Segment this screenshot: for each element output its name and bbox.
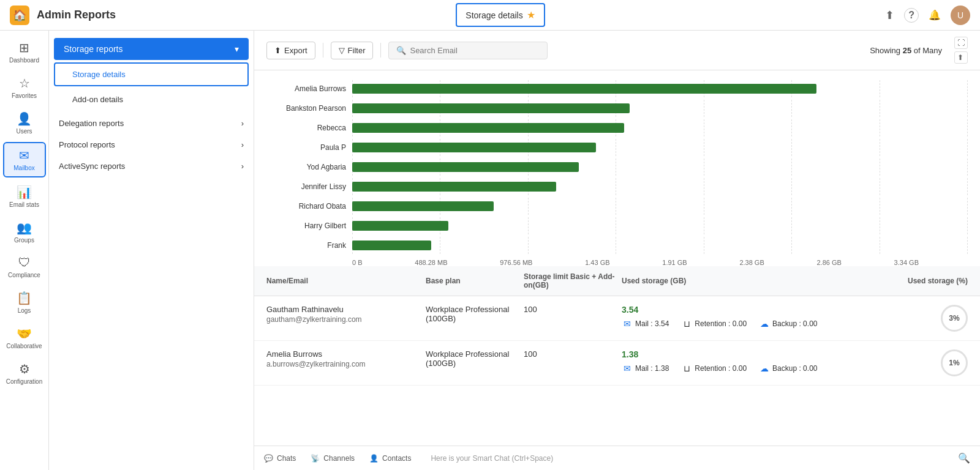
configuration-icon: ⚙: [19, 362, 30, 376]
mail-value: Mail : 1.38: [635, 364, 669, 373]
storage-reports-section[interactable]: Storage reports ▾: [54, 38, 249, 60]
retention-value: Retention : 0.00: [695, 364, 747, 373]
notification-icon[interactable]: 🔔: [929, 9, 941, 21]
chart-bar-row: Jennifer Lissy607.41 MB: [266, 178, 968, 195]
activesync-reports-label: ActiveSync reports: [59, 162, 125, 171]
contacts-icon: 👤: [369, 454, 379, 463]
chart-bar-fill: [352, 201, 494, 211]
chart-axis-label: 0 B: [352, 259, 363, 266]
storage-reports-label: Storage reports: [64, 44, 123, 54]
chart-bar-row: Bankston Pearson832.13 MB: [266, 100, 968, 117]
storage-details-tab[interactable]: Storage details ★: [456, 3, 545, 27]
pct-circle: 1%: [941, 349, 968, 376]
contacts-tab[interactable]: 👤 Contacts: [369, 454, 411, 463]
chart-bar-fill: [352, 221, 448, 231]
activesync-reports-chevron: ›: [241, 162, 244, 171]
smart-chat-input[interactable]: Here is your Smart Chat (Ctrl+Space): [426, 454, 943, 463]
retention-value: Retention : 0.00: [695, 319, 747, 328]
search-icon: 🔍: [396, 46, 406, 55]
bottom-search-icon[interactable]: 🔍: [958, 452, 970, 464]
chart-bar-fill: [352, 103, 630, 113]
chart-bar-label: Bankston Pearson: [266, 104, 352, 113]
storage-details-label: Storage details: [72, 70, 126, 79]
app-title: Admin Reports: [37, 9, 116, 21]
sidebar-item-users[interactable]: 👤 Users: [3, 106, 46, 140]
upload-icon[interactable]: ⬆: [885, 9, 894, 22]
storage-details: ✉ Mail : 3.54 ⊔ Retention : 0.00 ☁ Backu…: [622, 318, 907, 329]
chart-axis-label: 1.91 GB: [662, 259, 687, 266]
chats-tab[interactable]: 💬 Chats: [264, 454, 296, 463]
showing-count: 25: [903, 46, 911, 55]
chart-axis-label: 2.38 GB: [739, 259, 764, 266]
toolbar-divider2: [380, 43, 381, 58]
retention-storage: ⊔ Retention : 0.00: [681, 363, 747, 374]
cell-used-pct: 3%: [907, 305, 968, 332]
sidebar-label-collaborative: Collaborative: [6, 343, 42, 349]
protocol-reports-section[interactable]: Protocol reports ›: [49, 134, 254, 155]
chats-label: Chats: [277, 454, 296, 463]
chart-bar-row: Paula P724.66 MB: [266, 139, 968, 156]
used-storage-value: 3.54: [622, 305, 907, 315]
row-email: a.burrows@zylkertraining.com: [266, 360, 426, 368]
expand-icon[interactable]: ⛶: [954, 37, 968, 49]
sidebar-label-groups: Groups: [14, 237, 34, 244]
sidebar-item-logs[interactable]: 📋 Logs: [3, 286, 46, 319]
sidebar-item-groups[interactable]: 👥 Groups: [3, 215, 46, 248]
protocol-reports-chevron: ›: [241, 140, 244, 149]
channels-tab[interactable]: 📡 Channels: [311, 454, 355, 463]
row-email: gautham@zylkertraining.com: [266, 315, 426, 324]
sidebar-item-favorites[interactable]: ☆ Favorites: [3, 71, 46, 104]
search-box[interactable]: 🔍: [388, 42, 548, 59]
filter-icon: ▽: [339, 46, 345, 55]
backup-icon: ☁: [759, 363, 770, 374]
help-icon[interactable]: ?: [904, 8, 919, 23]
storage-details-nav-item[interactable]: Storage details: [54, 62, 249, 86]
chart-bar-label: Rebecca: [266, 124, 352, 132]
activesync-reports-section[interactable]: ActiveSync reports ›: [49, 155, 254, 177]
sidebar-item-mailbox[interactable]: ✉ Mailbox: [3, 142, 46, 177]
row-name: Amelia Burrows: [266, 349, 426, 359]
chart-axis: 0 B488.28 MB976.56 MB1.43 GB1.91 GB2.38 …: [266, 259, 968, 266]
sidebar-item-email-stats[interactable]: 📊 Email stats: [3, 180, 46, 213]
chart-bar-fill: [352, 162, 579, 172]
table-header: Name/Email Base plan Storage limit Basic…: [254, 266, 980, 296]
export-icon: ⬆: [274, 46, 281, 55]
chart-bar-row: Amelia Burrows1.38 GB: [266, 80, 968, 97]
chart-bar-label: Harry Gilbert: [266, 222, 352, 230]
favorite-star-icon[interactable]: ★: [527, 9, 535, 21]
tab-label: Storage details: [466, 10, 522, 20]
chart-bar-label: Jennifer Lissy: [266, 182, 352, 191]
chart-bar-label: Richard Obata: [266, 202, 352, 211]
filter-button[interactable]: ▽ Filter: [331, 42, 374, 59]
filter-label: Filter: [348, 46, 366, 55]
sidebar-item-dashboard[interactable]: ⊞ Dashboard: [3, 35, 46, 69]
sidebar-item-configuration[interactable]: ⚙ Configuration: [3, 357, 46, 390]
user-avatar[interactable]: U: [951, 6, 970, 25]
chart-axis-label: 488.28 MB: [415, 259, 447, 266]
email-stats-icon: 📊: [17, 185, 32, 200]
share-icon[interactable]: ⬆: [954, 51, 968, 64]
sidebar-label-dashboard: Dashboard: [9, 57, 39, 64]
chart-bar-row: Frank238.17 MB: [266, 237, 968, 254]
app-logo: 🏠: [10, 6, 29, 25]
mail-storage: ✉ Mail : 3.54: [622, 318, 669, 329]
chart-bar-label: Yod Agbaria: [266, 163, 352, 171]
col-name-header: Name/Email: [266, 277, 426, 285]
toolbar-divider: [323, 43, 323, 58]
backup-icon: ☁: [759, 318, 770, 329]
sidebar-label-email-stats: Email stats: [9, 201, 39, 208]
delegation-reports-section[interactable]: Delegation reports ›: [49, 113, 254, 134]
delegation-reports-label: Delegation reports: [59, 119, 124, 128]
sidebar-item-collaborative[interactable]: 🤝 Collaborative: [3, 321, 46, 354]
favorites-icon: ☆: [19, 76, 30, 91]
search-input[interactable]: [410, 46, 540, 55]
logs-icon: 📋: [17, 291, 32, 305]
sidebar: ⊞ Dashboard ☆ Favorites 👤 Users ✉ Mailbo…: [0, 31, 49, 470]
sidebar-item-compliance[interactable]: 🛡 Compliance: [3, 251, 46, 283]
cell-base-plan: Workplace Professional (100GB): [426, 349, 524, 368]
chart-bar-fill: [352, 123, 624, 133]
showing-info: Showing 25 of Many: [870, 46, 942, 55]
add-on-details-nav-item[interactable]: Add-on details: [54, 88, 249, 111]
export-button[interactable]: ⬆ Export: [266, 42, 315, 59]
storage-reports-chevron: ▾: [235, 44, 239, 54]
